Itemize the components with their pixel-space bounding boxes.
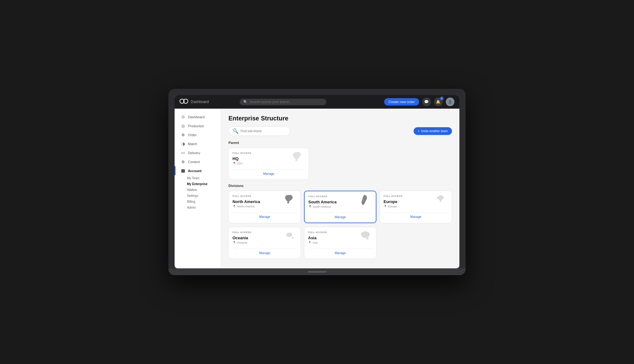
wallets-label: Wallets xyxy=(187,188,197,192)
content-icon: ⊛ xyxy=(180,159,185,164)
sa-map-icon xyxy=(358,194,373,206)
sidebar-item-productize[interactable]: ◎ Productize xyxy=(175,121,221,130)
invite-label: Invite another team xyxy=(421,129,448,133)
na-pin-icon: 📍 xyxy=(232,205,236,208)
sa-pin-icon: 📍 xyxy=(308,205,312,208)
sub-brand-search[interactable]: 🔍 xyxy=(228,126,290,136)
sidebar-sub-settings[interactable]: Settings xyxy=(175,193,221,199)
eu-region: 📍 Europe xyxy=(384,205,448,208)
nav-title: Dashboard xyxy=(191,100,209,104)
create-order-button[interactable]: Create new order xyxy=(384,98,419,106)
sidebar-label-content: Content xyxy=(188,160,200,164)
divisions-grid-row1: FULL ACCESS North America 📍 North Am xyxy=(228,191,452,223)
sidebar: ⊙ Dashboard ◎ Productize ⊕ Order ◑ Match xyxy=(175,109,221,268)
admin-label: Admin xyxy=(187,206,196,209)
as-region: 📍 Asia xyxy=(308,241,372,244)
billing-label: Billing xyxy=(187,200,195,203)
nav-actions: Create new order 💬 🔔 1 👤 xyxy=(384,98,454,106)
sidebar-label-account: Account xyxy=(188,169,202,173)
na-region: 📍 North America xyxy=(232,205,297,208)
invite-team-button[interactable]: + Invite another team xyxy=(414,127,452,135)
search-icon: 🔍 xyxy=(243,100,248,104)
pin-icon: 📍 xyxy=(232,162,236,165)
oc-map-icon xyxy=(283,230,297,241)
search-filter-bar: 🔍 + Invite another team xyxy=(228,126,452,136)
sub-brand-search-input[interactable] xyxy=(241,129,286,133)
oc-region: 📍 Oceania xyxy=(232,241,297,244)
global-search[interactable]: 🔍 xyxy=(240,99,326,105)
settings-label: Settings xyxy=(187,194,198,197)
page-title: Enterprise Structure xyxy=(228,115,452,122)
sidebar-item-dashboard[interactable]: ⊙ Dashboard xyxy=(175,112,221,121)
content-area: Enterprise Structure 🔍 + Invite another … xyxy=(221,109,459,268)
notifications-button[interactable]: 🔔 1 xyxy=(434,98,443,106)
sa-manage-link[interactable]: Manage xyxy=(308,213,372,219)
top-nav: Dashboard 🔍 Create new order 💬 🔔 1 xyxy=(175,95,459,109)
oc-manage-link[interactable]: Manage xyxy=(232,249,297,255)
sidebar-sub-my-enterprise[interactable]: My Enterprise xyxy=(175,181,221,187)
sidebar-item-delivery[interactable]: ▭ Delivery xyxy=(175,148,221,157)
sidebar-item-account[interactable]: ▤ Account xyxy=(175,166,221,175)
oc-pin-icon: 📍 xyxy=(232,241,236,244)
division-card-asia[interactable]: FULL ACCESS Asia 📍 Asia xyxy=(304,227,376,259)
sidebar-sub-admin[interactable]: Admin xyxy=(175,205,221,210)
division-card-south-america[interactable]: FULL ACCESS South America 📍 South Americ… xyxy=(304,191,376,223)
sidebar-label-order: Order xyxy=(188,133,197,137)
parent-card-hq[interactable]: FULL ACCESS HQ 📍 xyxy=(228,148,309,180)
order-icon: ⊕ xyxy=(180,132,185,137)
eu-manage-link[interactable]: Manage xyxy=(384,212,448,219)
division-card-europe[interactable]: FULL ACCESS Europe 📍 xyxy=(380,191,452,223)
sidebar-item-match[interactable]: ◑ Match xyxy=(175,139,221,148)
sidebar-sub-my-team[interactable]: My Team xyxy=(175,175,221,181)
as-map-icon xyxy=(358,230,373,241)
eu-pin-icon: 📍 xyxy=(384,205,387,208)
eu-map-icon xyxy=(434,194,449,205)
messages-icon: 💬 xyxy=(424,100,429,104)
sidebar-item-order[interactable]: ⊕ Order xyxy=(175,130,221,139)
as-pin-icon: 📍 xyxy=(308,241,311,244)
app-logo xyxy=(180,98,188,106)
na-manage-link[interactable]: Manage xyxy=(232,212,297,219)
sidebar-label-match: Match xyxy=(188,142,197,146)
division-card-north-america[interactable]: FULL ACCESS North America 📍 North Am xyxy=(228,191,301,223)
my-enterprise-label: My Enterprise xyxy=(187,182,207,186)
search-input[interactable] xyxy=(250,100,323,104)
hq-map-icon xyxy=(291,151,306,162)
parent-section-label: Parent xyxy=(228,141,452,145)
notifications-badge: 1 xyxy=(440,97,444,100)
dashboard-icon: ⊙ xyxy=(180,115,185,119)
as-manage-link[interactable]: Manage xyxy=(308,249,372,255)
main-layout: ⊙ Dashboard ◎ Productize ⊕ Order ◑ Match xyxy=(175,109,459,268)
na-map-icon xyxy=(283,194,297,205)
divisions-section-label: Divisions xyxy=(228,184,452,188)
productize-icon: ◎ xyxy=(180,124,185,128)
avatar-initials: 👤 xyxy=(448,100,452,104)
sidebar-label-delivery: Delivery xyxy=(188,151,200,155)
bell-icon: 🔔 xyxy=(436,100,441,104)
sub-search-icon: 🔍 xyxy=(232,128,239,134)
hq-manage-link[interactable]: Manage xyxy=(232,169,305,176)
messages-button[interactable]: 💬 xyxy=(422,98,431,106)
divisions-grid-row2: FULL ACCESS Oceania 📍 Oceania xyxy=(228,227,452,259)
sidebar-item-content[interactable]: ⊛ Content xyxy=(175,157,221,166)
my-team-label: My Team xyxy=(187,176,199,180)
sidebar-sub-wallets[interactable]: Wallets xyxy=(175,187,221,193)
match-icon: ◑ xyxy=(180,141,185,146)
plus-icon: + xyxy=(418,129,420,133)
division-card-oceania[interactable]: FULL ACCESS Oceania 📍 Oceania xyxy=(228,227,301,259)
delivery-icon: ▭ xyxy=(180,150,185,155)
user-avatar[interactable]: 👤 xyxy=(446,98,454,106)
account-icon: ▤ xyxy=(180,168,185,173)
sidebar-label-dashboard: Dashboard xyxy=(188,115,205,119)
sidebar-label-productize: Productize xyxy=(188,124,204,128)
logo-area: Dashboard xyxy=(180,98,209,106)
sidebar-sub-billing[interactable]: Billing xyxy=(175,199,221,205)
